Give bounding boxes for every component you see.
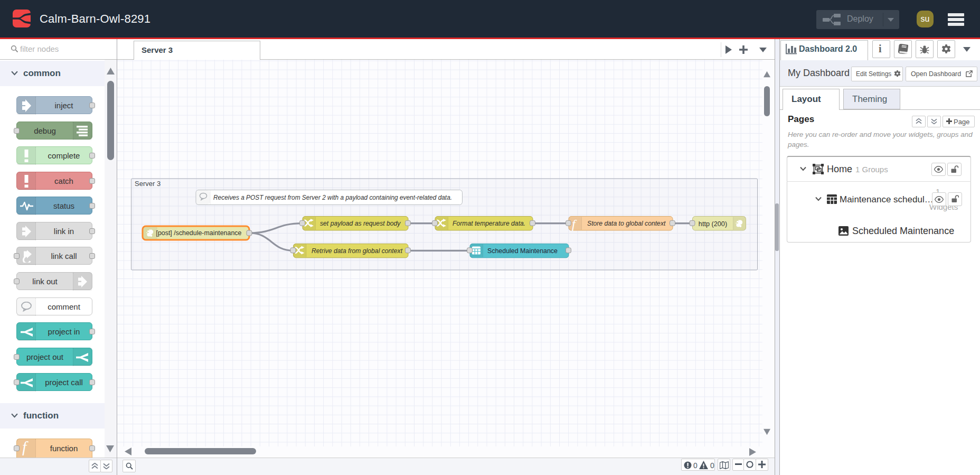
svg-text:http (200): http (200) [699,220,727,228]
svg-text:Scheduled Maintenance: Scheduled Maintenance [487,247,558,255]
svg-text:set payload as request body: set payload as request body [320,220,401,227]
svg-text:Receives a POST request from S: Receives a POST request from Server 2 wi… [213,194,452,201]
svg-text:[post] /schedule-maintenance: [post] /schedule-maintenance [156,229,242,237]
svg-text:Server 3: Server 3 [135,180,161,188]
svg-text:Store data to global context: Store data to global context [587,220,666,227]
svg-text:Retrive data from global conte: Retrive data from global context [312,247,403,255]
svg-text:Format temperature data.: Format temperature data. [453,220,525,227]
